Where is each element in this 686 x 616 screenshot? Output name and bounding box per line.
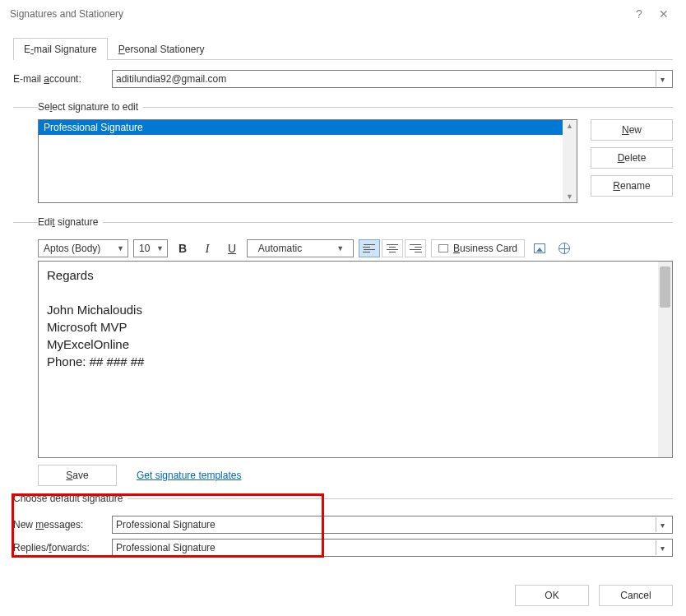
replies-forwards-select[interactable]: Professional Signature ▾ — [112, 539, 673, 557]
align-right-button[interactable] — [405, 239, 426, 257]
edit-signature-legend: Edit signature — [38, 216, 103, 228]
bold-button[interactable]: B — [173, 239, 192, 257]
chevron-down-icon: ▾ — [656, 540, 669, 555]
chevron-down-icon: ▼ — [115, 244, 126, 252]
font-color-select[interactable]: Automatic▼ — [247, 239, 354, 257]
select-signature-legend: Select signature to edit — [38, 101, 143, 113]
new-messages-label: New messages: — [13, 519, 112, 530]
business-card-icon — [438, 244, 448, 252]
format-toolbar: Aptos (Body)▼ 10▼ B I U Automatic▼ — [38, 239, 673, 257]
insert-picture-button[interactable] — [530, 239, 549, 257]
email-account-label: E-mail account: — [13, 73, 112, 85]
signature-listbox[interactable]: Professional Signature ▲ ▼ — [38, 119, 577, 203]
default-signature-group: Choose default signature New messages: P… — [13, 493, 673, 557]
chevron-down-icon: ▼ — [155, 244, 165, 252]
rename-signature-button[interactable]: Rename — [591, 175, 673, 197]
titlebar: Signatures and Stationery ? ✕ — [0, 0, 686, 28]
listbox-scrollbar[interactable]: ▲ ▼ — [563, 120, 577, 202]
new-messages-select[interactable]: Professional Signature ▾ — [112, 516, 673, 534]
scroll-down-icon: ▼ — [566, 191, 573, 202]
picture-icon — [534, 243, 545, 253]
signature-editor-content[interactable]: Regards John Michaloudis Microsoft MVP M… — [39, 262, 672, 375]
email-account-select[interactable]: aditilundia92@gmail.com ▾ — [112, 70, 673, 88]
new-signature-button[interactable]: New — [591, 119, 673, 141]
italic-button[interactable]: I — [197, 239, 217, 257]
business-card-button[interactable]: Business Card — [431, 239, 525, 257]
close-button[interactable]: ✕ — [651, 7, 676, 21]
underline-button[interactable]: U — [222, 239, 242, 257]
signature-list-item[interactable]: Professional Signature — [39, 120, 577, 135]
select-signature-group: Select signature to edit Professional Si… — [13, 101, 673, 203]
signature-editor[interactable]: Regards John Michaloudis Microsoft MVP M… — [38, 261, 673, 458]
scroll-up-icon: ▲ — [566, 120, 573, 132]
align-center-button[interactable] — [382, 239, 403, 257]
save-button[interactable]: Save — [38, 465, 117, 486]
tab-email-signature[interactable]: E-mail Signature — [13, 38, 108, 60]
help-button[interactable]: ? — [627, 7, 651, 21]
insert-hyperlink-button[interactable] — [554, 239, 574, 257]
replies-forwards-label: Replies/forwards: — [13, 542, 112, 553]
tab-personal-stationery[interactable]: Personal Stationery — [108, 38, 216, 60]
dialog-title: Signatures and Stationery — [10, 8, 627, 20]
dialog-footer: OK Cancel — [515, 585, 673, 606]
default-signature-legend: Choose default signature — [13, 493, 127, 504]
font-size-select[interactable]: 10▼ — [133, 239, 168, 257]
font-family-select[interactable]: Aptos (Body)▼ — [38, 239, 128, 257]
cancel-button[interactable]: Cancel — [599, 585, 673, 606]
get-templates-link[interactable]: Get signature templates — [137, 470, 241, 481]
align-left-button[interactable] — [359, 239, 380, 257]
editor-scroll-thumb[interactable] — [660, 266, 670, 308]
chevron-down-icon: ▼ — [335, 244, 345, 252]
delete-signature-button[interactable]: Delete — [591, 147, 673, 169]
ok-button[interactable]: OK — [515, 585, 589, 606]
email-account-value: aditilundia92@gmail.com — [116, 73, 226, 85]
globe-icon — [559, 243, 570, 254]
edit-signature-group: Edit signature Aptos (Body)▼ 10▼ B I U A… — [13, 216, 673, 486]
chevron-down-icon: ▾ — [656, 517, 669, 532]
chevron-down-icon: ▾ — [656, 72, 669, 86]
tab-strip: E-mail Signature Personal Stationery — [13, 38, 673, 60]
